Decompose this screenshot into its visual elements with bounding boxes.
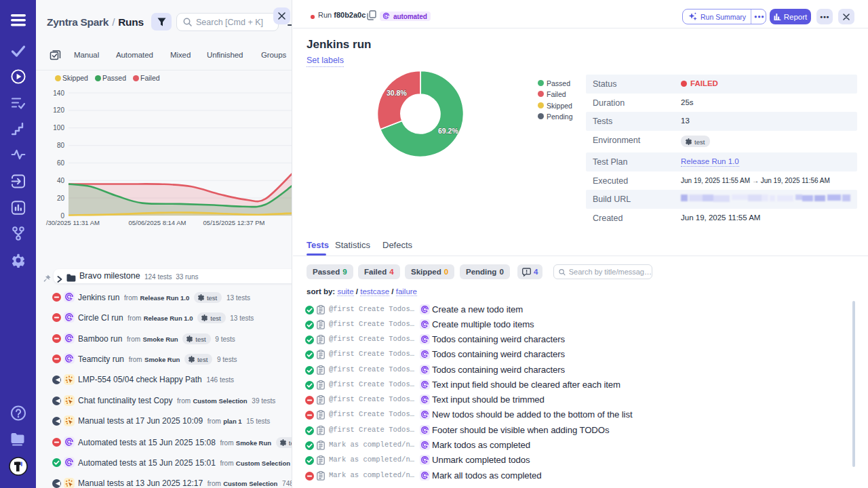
svg-text:69.2%: 69.2% (438, 127, 458, 135)
svg-text:05/06/2025 8:14 AM: 05/06/2025 8:14 AM (128, 219, 186, 226)
svg-text:05/15/2025 12:37 PM: 05/15/2025 12:37 PM (203, 219, 265, 226)
svg-text:80: 80 (57, 142, 65, 149)
svg-text:0: 0 (60, 212, 64, 220)
svg-text:140: 140 (53, 89, 64, 97)
svg-text:40: 40 (57, 177, 65, 184)
svg-text:20: 20 (57, 195, 65, 202)
svg-text:100: 100 (53, 124, 64, 131)
svg-text:/30/2025 11:31 AM: /30/2025 11:31 AM (45, 219, 100, 226)
svg-text:30.8%: 30.8% (387, 89, 407, 97)
svg-text:120: 120 (53, 106, 64, 114)
svg-text:60: 60 (57, 159, 65, 167)
